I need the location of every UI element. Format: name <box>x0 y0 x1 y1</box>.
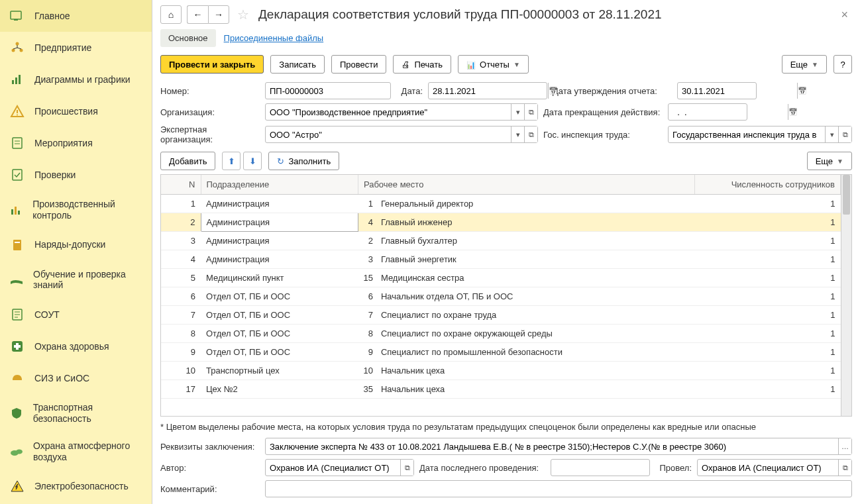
sidebar-item-warn[interactable]: Происшествия <box>0 95 152 127</box>
table-row[interactable]: 17Цех №235Начальник цеха1 <box>161 380 841 399</box>
fill-button[interactable]: ↻Заполнить <box>268 152 339 170</box>
expert-dropdown-button[interactable]: ▾ <box>511 126 524 142</box>
approve-calendar-button[interactable] <box>797 83 807 99</box>
sout-icon <box>9 307 25 323</box>
author-input[interactable] <box>266 460 400 476</box>
tab-main[interactable]: Основное <box>160 29 216 47</box>
cell-n: 8 <box>161 325 201 343</box>
git-open-button[interactable] <box>838 126 851 142</box>
favorite-icon[interactable]: ☆ <box>237 7 249 23</box>
cell-count: 1 <box>695 232 841 250</box>
cell-count: 1 <box>695 213 841 232</box>
conducted-open-button[interactable] <box>838 460 851 476</box>
number-label: Номер: <box>160 86 260 96</box>
svg-rect-8 <box>12 80 14 84</box>
sidebar-item-health[interactable]: Охрана здоровья <box>0 330 152 362</box>
table-row[interactable]: 7Отдел ОТ, ПБ и ООС7Специалист по охране… <box>161 306 841 325</box>
table-row[interactable]: 5Медицинский пункт15Медицинская сестра1 <box>161 269 841 287</box>
sidebar-item-event[interactable]: Мероприятия <box>0 127 152 159</box>
table-row[interactable]: 3Администрация2Главный бухгалтер1 <box>161 232 841 250</box>
close-button[interactable]: × <box>837 8 852 22</box>
req-open-button[interactable]: … <box>838 438 851 454</box>
table-more-button[interactable]: Еще▼ <box>807 152 852 170</box>
sidebar-item-org[interactable]: Предприятие <box>0 32 152 64</box>
req-input[interactable] <box>266 438 838 454</box>
sidebar-item-label: Диаграммы и графики <box>34 74 131 85</box>
sidebar-item-transport[interactable]: Транспортная безопасность <box>0 394 152 432</box>
move-down-button[interactable]: ⬇ <box>243 152 262 170</box>
reports-button[interactable]: Отчеты▼ <box>458 55 529 74</box>
health-icon <box>9 338 25 354</box>
move-up-button[interactable]: ⬆ <box>222 152 241 170</box>
post-button[interactable]: Провести <box>331 55 387 74</box>
sidebar-item-home[interactable]: Главное <box>0 0 152 32</box>
expert-input[interactable] <box>266 126 511 142</box>
help-button[interactable]: ? <box>833 55 852 74</box>
air-icon <box>9 444 24 460</box>
org-open-button[interactable] <box>524 104 537 120</box>
org-input[interactable] <box>266 104 511 120</box>
git-dropdown-button[interactable]: ▾ <box>825 126 838 142</box>
chart-icon <box>9 72 25 87</box>
note-text: * Цветом выделены рабочие места, на кото… <box>152 417 860 436</box>
svg-rect-10 <box>19 75 21 84</box>
expert-open-button[interactable] <box>524 126 537 142</box>
sidebar-item-check[interactable]: Проверки <box>0 159 152 191</box>
sidebar-item-label: Происшествия <box>34 106 98 117</box>
cell-n: 2 <box>161 213 201 232</box>
home-button[interactable]: ⌂ <box>160 5 182 24</box>
svg-point-30 <box>16 449 23 454</box>
end-calendar-button[interactable] <box>788 104 798 120</box>
sidebar-item-chart[interactable]: Диаграммы и графики <box>0 64 152 95</box>
git-label: Гос. инспекция труда: <box>543 130 663 140</box>
table-row[interactable]: 8Отдел ОТ, ПБ и ООС8Специалист по охране… <box>161 325 841 343</box>
approve-label: Дата утверждения отчета: <box>553 86 672 96</box>
number-input[interactable] <box>266 83 390 99</box>
svg-rect-0 <box>11 11 21 19</box>
scrollbar[interactable] <box>841 175 851 416</box>
table-row[interactable]: 2Администрация4Главный инженер1 <box>161 213 841 232</box>
col-n[interactable]: N <box>161 175 201 195</box>
table-row[interactable]: 6Отдел ОТ, ПБ и ООС6Начальник отдела ОТ,… <box>161 287 841 306</box>
sidebar-item-edu[interactable]: Обучение и проверка знаний <box>0 261 152 299</box>
git-input[interactable] <box>669 126 825 142</box>
forward-button[interactable]: → <box>208 5 229 24</box>
author-open-button[interactable] <box>400 460 413 476</box>
date-input[interactable] <box>429 83 548 99</box>
sidebar-item-prodctl[interactable]: Производственный контроль <box>0 191 152 229</box>
svg-rect-16 <box>13 170 22 180</box>
tab-files[interactable]: Присоединенные файлы <box>216 29 332 47</box>
cell-n: 5 <box>161 269 201 287</box>
add-button[interactable]: Добавить <box>160 152 215 170</box>
end-input[interactable] <box>669 104 788 120</box>
org-label: Организация: <box>160 107 260 117</box>
save-button[interactable]: Записать <box>270 55 325 74</box>
table-row[interactable]: 9Отдел ОТ, ПБ и ООС9Специалист по промыш… <box>161 343 841 362</box>
sidebar-item-siz[interactable]: СИЗ и СиОС <box>0 362 152 394</box>
org-dropdown-button[interactable]: ▾ <box>511 104 524 120</box>
col-wp[interactable]: Рабочее место <box>358 175 694 195</box>
col-count[interactable]: Численность сотрудников <box>695 175 841 195</box>
cell-wp: Медицинская сестра <box>376 269 695 287</box>
sidebar-item-label: Мероприятия <box>34 138 93 149</box>
approve-input[interactable] <box>678 83 797 99</box>
sidebar-item-label: Предприятие <box>34 42 91 54</box>
table-row[interactable]: 10Транспортный цех10Начальник цеха1 <box>161 362 841 380</box>
workplaces-table[interactable]: N Подразделение Рабочее место Численност… <box>161 175 841 399</box>
table-row[interactable]: 4Администрация3Главный энергетик1 <box>161 250 841 269</box>
sidebar-item-sout[interactable]: СОУТ <box>0 299 152 330</box>
back-button[interactable]: ← <box>187 5 208 24</box>
col-dept[interactable]: Подразделение <box>201 175 358 195</box>
warn-icon <box>9 103 25 119</box>
table-row[interactable]: 1Администрация1Генеральный директор1 <box>161 195 841 213</box>
post-and-close-button[interactable]: Провести и закрыть <box>160 55 264 74</box>
sidebar-item-air[interactable]: Охрана атмосферного воздуха <box>0 432 152 471</box>
cell-count: 1 <box>695 362 841 380</box>
lastdate-input[interactable] <box>551 460 671 476</box>
sidebar-item-electro[interactable]: Электробезопасность <box>0 470 152 502</box>
print-button[interactable]: Печать <box>393 55 451 74</box>
conducted-input[interactable] <box>698 460 838 476</box>
comment-input[interactable] <box>266 481 851 497</box>
sidebar-item-permit[interactable]: Наряды-допуски <box>0 229 152 261</box>
more-button[interactable]: Еще▼ <box>782 55 827 74</box>
